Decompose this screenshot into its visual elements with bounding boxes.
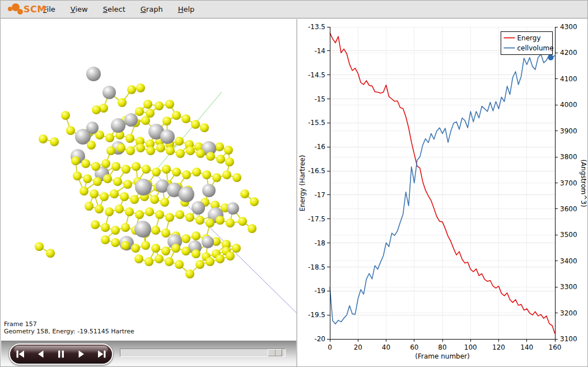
gray-atom — [135, 179, 152, 196]
svg-text:20: 20 — [354, 343, 362, 351]
yellow-atom — [181, 234, 190, 243]
x-axis-tick-labels: 020406080100120140160 — [328, 343, 561, 351]
skip-to-end-button[interactable] — [92, 345, 112, 364]
menu-help[interactable]: Help — [178, 5, 195, 13]
svg-text:-20: -20 — [314, 335, 325, 343]
yellow-atom — [145, 207, 154, 216]
yellow-atom — [66, 126, 75, 135]
yellow-atom — [232, 173, 241, 182]
frame-status-line1: Frame 157 — [4, 320, 134, 328]
svg-text:3100: 3100 — [560, 335, 577, 343]
yellow-atom — [90, 189, 99, 198]
yellow-atom — [85, 202, 94, 211]
yellow-atom — [116, 143, 125, 152]
svg-text:4000: 4000 — [560, 101, 577, 109]
menu-graph[interactable]: Graph — [141, 5, 163, 13]
yellow-atom — [166, 146, 175, 155]
yellow-atom — [135, 107, 144, 116]
yellow-atom — [110, 189, 119, 198]
yellow-atom — [161, 229, 170, 238]
yellow-atom — [92, 105, 101, 114]
yellow-atom — [131, 244, 140, 253]
yellow-atom — [121, 241, 130, 250]
yellow-atom — [160, 198, 169, 207]
svg-text:-13.5: -13.5 — [308, 23, 325, 31]
svg-text:3200: 3200 — [560, 309, 577, 317]
yellow-atom — [222, 170, 231, 179]
legend-entry: cellvolume — [517, 44, 554, 52]
x-axis-label: (Frame number) — [415, 352, 469, 360]
svg-text:60: 60 — [410, 343, 418, 351]
chart-panel: -13.5-14-14.5-15-15.5-16-16.5-17-17.5-18… — [298, 19, 587, 367]
svg-text:100: 100 — [464, 343, 477, 351]
yellow-atom — [176, 149, 185, 158]
menu-select[interactable]: Select — [103, 5, 125, 13]
yellow-atom — [162, 117, 171, 126]
yellow-atom — [95, 205, 104, 213]
yellow-atom — [165, 213, 174, 222]
yellow-atom — [196, 149, 205, 158]
yellow-atom — [106, 146, 115, 155]
yellow-atom — [134, 254, 143, 263]
yellow-atom — [135, 210, 144, 219]
svg-text:-15: -15 — [314, 95, 325, 103]
yellow-atom — [115, 205, 124, 213]
svg-text:120: 120 — [492, 343, 505, 351]
player-controls — [1, 341, 296, 367]
yellow-atom — [155, 254, 164, 263]
gray-atom — [202, 236, 214, 248]
yellow-atom — [175, 210, 184, 219]
molecule-3d-view[interactable] — [1, 19, 296, 341]
scm-logo: SCM — [6, 1, 43, 18]
yellow-atom — [238, 217, 247, 226]
yellow-atom — [101, 159, 110, 168]
gray-atom — [160, 129, 175, 144]
yellow-atom — [91, 162, 100, 171]
molecule-atoms — [35, 67, 259, 278]
gray-atom — [179, 187, 194, 202]
yellow-atom — [118, 98, 127, 107]
svg-text:140: 140 — [520, 343, 533, 351]
step-back-button[interactable] — [30, 345, 50, 364]
yellow-atom — [122, 165, 130, 174]
svg-text:3700: 3700 — [560, 179, 577, 187]
yellow-atom — [101, 223, 110, 232]
yellow-atom — [80, 187, 88, 196]
yellow-atom — [212, 173, 221, 182]
yellow-atom — [143, 100, 152, 109]
skip-to-start-button[interactable] — [10, 345, 30, 364]
yellow-atom — [35, 242, 44, 251]
yellow-atom — [111, 226, 120, 235]
yellow-atom — [39, 134, 48, 143]
svg-text:3300: 3300 — [560, 283, 577, 291]
yellow-atom — [130, 195, 139, 204]
panel-divider — [296, 19, 297, 367]
yellow-atom — [175, 260, 184, 269]
skip-to-end-icon — [96, 350, 108, 359]
right-axis-label: (Angstrom^3) — [580, 159, 587, 207]
gray-atom — [134, 221, 151, 238]
frame-slider[interactable] — [120, 349, 286, 357]
play-button[interactable] — [71, 345, 91, 364]
svg-text:-17: -17 — [314, 191, 325, 199]
yellow-atom — [181, 114, 190, 123]
yellow-atom — [248, 224, 256, 233]
gray-atom — [192, 201, 205, 215]
skip-to-start-icon — [15, 350, 26, 359]
svg-text:-18: -18 — [314, 239, 325, 247]
menu-view[interactable]: View — [71, 5, 88, 13]
current-frame-marker — [548, 55, 554, 61]
molecule-viewer[interactable]: Frame 157 Geometry 158, Energy: -19.5114… — [1, 19, 296, 341]
yellow-atom — [105, 207, 114, 216]
gray-atom — [102, 86, 116, 99]
gray-atom — [227, 202, 239, 215]
yellow-atom — [127, 85, 136, 94]
cell-vector-lines — [154, 92, 296, 313]
svg-text:4300: 4300 — [560, 23, 577, 31]
energy-cellvolume-chart[interactable]: -13.5-14-14.5-15-15.5-16-16.5-17-17.5-18… — [298, 19, 587, 367]
gray-atom — [86, 122, 99, 134]
yellow-atom — [206, 152, 215, 161]
yellow-atom — [93, 177, 102, 186]
frame-slider-handle[interactable] — [268, 349, 282, 356]
pause-button[interactable] — [51, 345, 71, 364]
